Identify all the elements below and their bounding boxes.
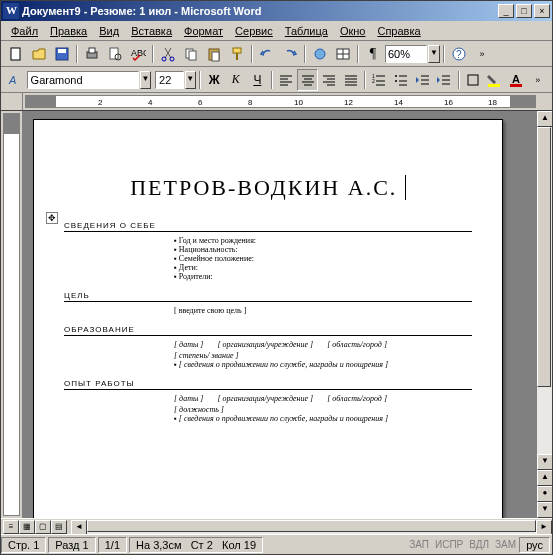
menu-format[interactable]: Формат	[178, 23, 229, 39]
show-paragraph-button[interactable]: ¶	[362, 43, 384, 65]
list-item[interactable]: [ сведения о продвижении по службе, нагр…	[174, 360, 472, 369]
align-justify-button[interactable]	[341, 69, 362, 91]
window-title: Документ9 - Резюме: 1 июл - Microsoft Wo…	[22, 5, 498, 17]
toolbar-options-button[interactable]: »	[527, 69, 548, 91]
scroll-track-h[interactable]	[87, 520, 536, 534]
status-section: Разд 1	[48, 537, 95, 553]
spellcheck-button[interactable]: ABC	[127, 43, 149, 65]
print-button[interactable]	[81, 43, 103, 65]
section-heading[interactable]: СВЕДЕНИЯ О СЕБЕ	[64, 221, 472, 232]
align-center-button[interactable]	[297, 69, 318, 91]
italic-button[interactable]: К	[225, 69, 246, 91]
font-name-dropdown[interactable]: ▼	[140, 71, 151, 89]
toolbar-separator	[458, 71, 460, 89]
highlight-button[interactable]	[484, 69, 505, 91]
app-window: Документ9 - Резюме: 1 июл - Microsoft Wo…	[0, 0, 553, 555]
font-size-select[interactable]: 22	[155, 71, 183, 89]
menu-view[interactable]: Вид	[93, 23, 125, 39]
list-item[interactable]: Национальность:	[174, 245, 472, 254]
new-doc-button[interactable]	[5, 43, 27, 65]
list-item[interactable]: Год и место рождения:	[174, 236, 472, 245]
font-name-select[interactable]: Garamond	[27, 71, 139, 89]
cut-button[interactable]	[157, 43, 179, 65]
bullet-list-button[interactable]	[391, 69, 412, 91]
next-page-button[interactable]: ▼	[537, 502, 552, 518]
increase-indent-button[interactable]	[434, 69, 455, 91]
svg-text:А: А	[512, 73, 520, 85]
minimize-button[interactable]: _	[498, 4, 514, 18]
zoom-dropdown[interactable]: ▼	[428, 45, 440, 63]
menu-file[interactable]: Файл	[5, 23, 44, 39]
print-view-button[interactable]: ▢	[35, 520, 51, 534]
svg-rect-28	[510, 84, 522, 87]
normal-view-button[interactable]: ≡	[3, 520, 19, 534]
page[interactable]: ✥ ПЕТРОВ-ВОДКИН А.С. СВЕДЕНИЯ О СЕБЕ Год…	[33, 119, 503, 518]
svg-rect-2	[58, 49, 66, 53]
vertical-scrollbar[interactable]: ▲ ▼ ▲ ● ▼	[536, 111, 552, 518]
paste-button[interactable]	[203, 43, 225, 65]
section-body[interactable]: [ даты ] [ организация/учреждение ] [ об…	[64, 340, 472, 369]
standard-toolbar: ABC ¶ 60% ▼ ? »	[1, 41, 552, 67]
format-painter-button[interactable]	[226, 43, 248, 65]
font-color-button[interactable]: А	[506, 69, 527, 91]
document-title[interactable]: ПЕТРОВ-ВОДКИН А.С.	[64, 175, 472, 201]
scroll-up-button[interactable]: ▲	[537, 111, 552, 127]
hyperlink-button[interactable]	[309, 43, 331, 65]
decrease-indent-button[interactable]	[412, 69, 433, 91]
list-item[interactable]: Родители:	[174, 272, 472, 281]
scroll-track[interactable]	[537, 127, 552, 454]
browse-object-button[interactable]: ●	[537, 486, 552, 502]
list-item[interactable]: Дети:	[174, 263, 472, 272]
maximize-button[interactable]: □	[516, 4, 532, 18]
scroll-down-button[interactable]: ▼	[537, 454, 552, 470]
section-body[interactable]: [ введите свою цель ]	[64, 306, 472, 315]
section-body[interactable]: [ даты ] [ организация/учреждение ] [ об…	[64, 394, 472, 423]
underline-button[interactable]: Ч	[247, 69, 268, 91]
list-item[interactable]: [ сведения о продвижении по службе, нагр…	[174, 414, 472, 423]
horizontal-scrollbar[interactable]: ◄ ►	[71, 520, 552, 534]
font-size-dropdown[interactable]: ▼	[185, 71, 196, 89]
zoom-value[interactable]: 60%	[385, 45, 427, 63]
toolbar-separator	[304, 45, 306, 63]
section-body[interactable]: Год и место рождения: Национальность: Се…	[64, 236, 472, 281]
menu-tools[interactable]: Сервис	[229, 23, 279, 39]
section-heading[interactable]: ЦЕЛЬ	[64, 291, 472, 302]
close-button[interactable]: ×	[534, 4, 550, 18]
menu-bar: Файл Правка Вид Вставка Формат Сервис Та…	[1, 21, 552, 41]
toolbar-options-button[interactable]: »	[471, 43, 493, 65]
borders-button[interactable]	[463, 69, 484, 91]
menu-insert[interactable]: Вставка	[125, 23, 178, 39]
bold-button[interactable]: Ж	[204, 69, 225, 91]
save-button[interactable]	[51, 43, 73, 65]
menu-table[interactable]: Таблица	[279, 23, 334, 39]
menu-edit[interactable]: Правка	[44, 23, 93, 39]
scroll-thumb-h[interactable]	[87, 520, 536, 532]
align-left-button[interactable]	[276, 69, 297, 91]
redo-button[interactable]	[279, 43, 301, 65]
menu-window[interactable]: Окно	[334, 23, 372, 39]
scroll-thumb[interactable]	[537, 127, 551, 387]
align-right-button[interactable]	[319, 69, 340, 91]
section-heading[interactable]: ОБРАЗОВАНИЕ	[64, 325, 472, 336]
style-button[interactable]: A	[5, 69, 26, 91]
help-button[interactable]: ?	[448, 43, 470, 65]
view-buttons-row: ≡ ▦ ▢ ▤ ◄ ►	[1, 518, 552, 534]
formatting-toolbar: A Garamond ▼ 22 ▼ Ж К Ч 12 А »	[1, 67, 552, 93]
menu-help[interactable]: Справка	[371, 23, 426, 39]
print-preview-button[interactable]	[104, 43, 126, 65]
outline-view-button[interactable]: ▤	[51, 520, 67, 534]
toolbar-separator	[443, 45, 445, 63]
undo-button[interactable]	[256, 43, 278, 65]
copy-button[interactable]	[180, 43, 202, 65]
web-view-button[interactable]: ▦	[19, 520, 35, 534]
numbered-list-button[interactable]: 12	[369, 69, 390, 91]
open-button[interactable]	[28, 43, 50, 65]
vertical-ruler[interactable]	[1, 111, 23, 518]
document-scroll[interactable]: ✥ ПЕТРОВ-ВОДКИН А.С. СВЕДЕНИЯ О СЕБЕ Год…	[23, 111, 536, 518]
list-item[interactable]: Семейное положение:	[174, 254, 472, 263]
horizontal-ruler[interactable]: 2 4 6 8 10 12 14 16 18	[1, 93, 552, 111]
tables-borders-button[interactable]	[332, 43, 354, 65]
table-move-handle[interactable]: ✥	[46, 212, 58, 224]
section-heading[interactable]: ОПЫТ РАБОТЫ	[64, 379, 472, 390]
prev-page-button[interactable]: ▲	[537, 470, 552, 486]
